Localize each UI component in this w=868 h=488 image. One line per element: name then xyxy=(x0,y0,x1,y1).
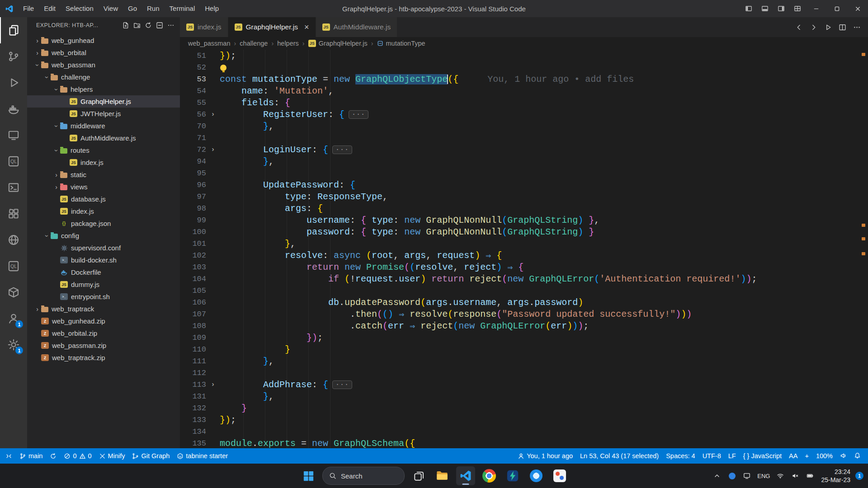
line-number[interactable]: 100 xyxy=(180,228,206,236)
window-maximize-button[interactable] xyxy=(826,0,847,17)
line-number[interactable]: 54 xyxy=(180,87,206,95)
code-line-content[interactable]: username: { type: new GraphQLNonNull(Gra… xyxy=(220,215,599,225)
status-gitlens-blame[interactable]: You, 1 hour ago xyxy=(514,452,576,460)
tab-index-js[interactable]: JSindex.js xyxy=(180,17,228,37)
new-folder-button[interactable] xyxy=(133,22,141,29)
activitybar-settings[interactable]: 1 xyxy=(0,332,27,358)
line-number[interactable]: 134 xyxy=(180,427,206,436)
line-number[interactable]: 51 xyxy=(180,52,206,60)
breadcrumb-item-graphqlhelper-js[interactable]: JSGraphqlHelper.js xyxy=(308,40,368,47)
tray-input-language[interactable]: ENG xyxy=(756,469,771,483)
taskbar-chrome[interactable] xyxy=(480,466,499,485)
lightbulb-icon[interactable] xyxy=(220,65,226,71)
tree-item-web-gunhead[interactable]: ›web_gunhead xyxy=(27,34,180,47)
code-line-content[interactable]: name: 'Mutation', xyxy=(220,86,334,96)
status-git-graph[interactable]: Git Graph xyxy=(128,448,173,464)
breadcrumb-item-challenge[interactable]: challenge xyxy=(240,40,268,47)
tree-item-jwthelper-js[interactable]: JSJWTHelper.js xyxy=(27,108,180,120)
code-line-content[interactable]: resolve: async (root, args, request) ⇒ { xyxy=(220,250,502,261)
taskbar-task-view[interactable] xyxy=(409,466,428,485)
folded-code-chip[interactable]: ··· xyxy=(349,110,368,119)
code-line-content[interactable]: }, xyxy=(220,156,274,167)
line-number[interactable]: 52 xyxy=(180,63,206,72)
code-line-content[interactable]: module.exports = new GraphQLSchema({ xyxy=(220,438,415,449)
code-line-content[interactable]: LoginUser: {··· xyxy=(220,145,352,155)
line-number[interactable]: 102 xyxy=(180,251,206,260)
line-number[interactable]: 106 xyxy=(180,298,206,307)
code-editor[interactable]: 51});5253const mutationType = new GraphQ… xyxy=(180,50,868,448)
fold-collapsed-icon[interactable]: › xyxy=(206,111,220,118)
code-line-content[interactable]: }, xyxy=(220,239,296,249)
code-line-content[interactable]: return new Promise((resolve, reject) ⇒ { xyxy=(220,262,524,273)
line-number[interactable]: 111 xyxy=(180,357,206,366)
menu-file[interactable]: File xyxy=(18,0,39,17)
line-number[interactable]: 133 xyxy=(180,416,206,424)
views-more-button[interactable] xyxy=(167,22,175,29)
layout-panel[interactable] xyxy=(757,0,773,17)
code-line-content[interactable]: fields: { xyxy=(220,98,290,108)
line-number[interactable]: 112 xyxy=(180,369,206,377)
code-line-content[interactable]: if (!request.user) return reject(new Gra… xyxy=(220,274,757,284)
tree-item-database-js[interactable]: JSdatabase.js xyxy=(27,193,180,205)
tree-item-index-js[interactable]: JSindex.js xyxy=(27,205,180,217)
tree-item-entrypoint-sh[interactable]: >_entrypoint.sh xyxy=(27,291,180,303)
activitybar-browser-preview[interactable] xyxy=(0,227,27,253)
tree-item-build-docker-sh[interactable]: >_build-docker.sh xyxy=(27,254,180,266)
taskbar-file-explorer[interactable] xyxy=(433,466,452,485)
tree-item-web-gunhead-zip[interactable]: Zweb_gunhead.zip xyxy=(27,315,180,327)
tree-item-authmiddleware-js[interactable]: JSAuthMiddleware.js xyxy=(27,132,180,144)
activitybar-remote-explorer[interactable] xyxy=(0,122,27,148)
status-minify[interactable]: Minify xyxy=(95,448,129,464)
menu-selection[interactable]: Selection xyxy=(61,0,99,17)
line-number[interactable]: 107 xyxy=(180,310,206,319)
code-line-content[interactable]: } xyxy=(220,344,290,355)
breadcrumb-item-web-passman[interactable]: web_passman xyxy=(188,40,231,47)
line-number[interactable]: 55 xyxy=(180,99,206,107)
code-line-content[interactable]: }); xyxy=(220,51,236,61)
more-actions-button[interactable] xyxy=(853,23,861,31)
tray-volume-muted[interactable] xyxy=(789,469,801,483)
status-problems[interactable]: 00 xyxy=(60,448,95,464)
code-line-content[interactable]: }, xyxy=(220,391,274,402)
tray-tray-expand[interactable] xyxy=(711,469,723,483)
tree-item-supervisord-conf[interactable]: supervisord.conf xyxy=(27,242,180,254)
menu-go[interactable]: Go xyxy=(123,0,142,17)
window-close-button[interactable] xyxy=(847,0,868,17)
breadcrumb-item-helpers[interactable]: helpers xyxy=(277,40,299,47)
activitybar-sqltools[interactable]: QL xyxy=(0,148,27,174)
line-number[interactable]: 105 xyxy=(180,286,206,295)
fold-collapsed-icon[interactable]: › xyxy=(206,146,220,154)
tray-tray-app[interactable] xyxy=(726,469,738,483)
tree-item-web-orbital[interactable]: ›web_orbital xyxy=(27,47,180,59)
line-number[interactable]: 70 xyxy=(180,122,206,131)
window-minimize-button[interactable] xyxy=(806,0,826,17)
activitybar-explorer[interactable] xyxy=(0,17,27,43)
code-line-content[interactable]: password: { type: new GraphQLNonNull(Gra… xyxy=(220,227,594,237)
menu-help[interactable]: Help xyxy=(200,0,224,17)
status-remote-indicator[interactable] xyxy=(2,448,16,464)
layout-sidebar[interactable] xyxy=(741,0,757,17)
activitybar-terminal[interactable] xyxy=(0,174,27,201)
line-number[interactable]: 96 xyxy=(180,181,206,189)
tree-item-graphqlhelper-js[interactable]: JSGraphqlHelper.js xyxy=(27,95,180,108)
code-line-content[interactable]: } xyxy=(220,403,247,413)
taskbar-start[interactable] xyxy=(299,466,318,485)
menu-run[interactable]: Run xyxy=(142,0,165,17)
taskbar-ring-app[interactable] xyxy=(527,466,546,485)
taskbar-search[interactable]: Search xyxy=(322,467,405,485)
line-number[interactable]: 132 xyxy=(180,404,206,413)
status-git-sync[interactable] xyxy=(46,448,60,464)
code-line-content[interactable]: db.updatePassword(args.username, args.pa… xyxy=(220,297,583,308)
code-line-content[interactable]: AddPhrase: {··· xyxy=(220,380,352,390)
code-line-content[interactable]: }); xyxy=(220,415,236,425)
folded-code-chip[interactable]: ··· xyxy=(332,380,352,389)
refresh-explorer-button[interactable] xyxy=(145,22,152,29)
code-line-content[interactable]: }); xyxy=(220,333,323,343)
line-number[interactable]: 95 xyxy=(180,169,206,178)
code-line-content[interactable]: type: ResponseType, xyxy=(220,192,388,202)
code-line-content[interactable]: }, xyxy=(220,121,274,131)
layout-customize[interactable] xyxy=(789,0,806,17)
status-git-branch[interactable]: main xyxy=(16,448,46,464)
status-font-toggle[interactable]: AA xyxy=(785,452,801,460)
tree-item-web-orbital-zip[interactable]: Zweb_orbital.zip xyxy=(27,327,180,339)
